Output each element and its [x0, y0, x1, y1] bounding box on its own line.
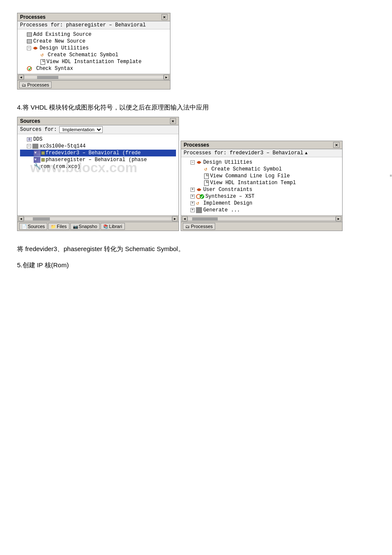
expand-btn[interactable]: +: [190, 194, 195, 199]
vhdl-sub-icon: [41, 158, 45, 162]
vhdl-sub-icon: [41, 151, 45, 155]
doc-icon: [204, 173, 209, 179]
design-util-icon: [32, 45, 38, 51]
panel1-title: Processes: [20, 14, 46, 20]
list-item[interactable]: fredevider3 – Behavioral (frede: [20, 150, 176, 156]
doc-icon: [204, 180, 209, 186]
list-item[interactable]: ↺ Create Schematic Symbol: [184, 166, 340, 173]
user-constraints-icon: [196, 187, 202, 193]
expand-btn[interactable]: −: [190, 160, 195, 165]
list-item[interactable]: View HDL Instantiation Template: [20, 58, 167, 65]
list-item[interactable]: Check Syntax: [20, 65, 167, 72]
source-icon: [27, 39, 32, 43]
refresh-icon: ↺: [40, 52, 46, 58]
panel2-title: Processes: [184, 142, 209, 148]
svg-point-2: [200, 194, 204, 199]
sources-panel: Sources × Sources for: Implementation Si…: [17, 117, 179, 231]
list-item[interactable]: View Command Line Log File ≡: [184, 173, 340, 179]
scroll-left-btn[interactable]: ◄: [18, 75, 24, 80]
list-item[interactable]: + User Constraints: [184, 186, 340, 193]
row-label: rom (rom.xco): [40, 164, 81, 170]
list-item[interactable]: − xc3s100e-5tq144: [20, 143, 176, 150]
panel1-tab-bar: 🗂 Processes: [17, 80, 170, 89]
list-item[interactable]: View HDL Instantiation Templ: [184, 179, 340, 186]
row-label: Create Schematic Symbol: [211, 166, 282, 172]
sources-title-bar: Sources ×: [17, 117, 179, 125]
expand-btn[interactable]: −: [27, 144, 31, 148]
vhdl-icon: [34, 157, 40, 163]
paragraph-1: 4.将 VHDL 模块转化成图形化符号，以便之后在原理图输入法中应用: [17, 102, 375, 113]
panel1-for-label: Processes for: phaseregister – Behaviora…: [17, 21, 170, 29]
scrollbar-track: [24, 75, 164, 79]
panel2-for-text: Processes for: fredevider3 – Behavioral: [184, 150, 303, 156]
page-content: Processes × Processes for: phaseregister…: [17, 13, 375, 270]
expand-btn[interactable]: +: [190, 201, 195, 205]
row-label: Create New Source: [33, 38, 85, 44]
scroll-right-btn[interactable]: ►: [172, 216, 178, 221]
sources-title: Sources: [20, 118, 40, 124]
scrollbar-thumb[interactable]: [37, 76, 58, 79]
panel1-close-btn[interactable]: ×: [161, 14, 167, 20]
list-item[interactable]: Create New Source: [20, 38, 167, 45]
refresh-icon: ↺: [204, 166, 210, 172]
list-item[interactable]: + ↺ Implement Design: [184, 200, 340, 207]
list-item[interactable]: D DDS: [20, 136, 176, 143]
scrollbar-thumb[interactable]: [33, 217, 50, 221]
panel2-close-btn[interactable]: ×: [333, 142, 339, 148]
row-label: View Command Line Log File: [210, 173, 290, 179]
expand-btn[interactable]: −: [27, 46, 31, 50]
para3-text: 5.创建 IP 核(Rom): [17, 261, 69, 269]
processes-tab-btn[interactable]: 🗂 Processes: [19, 81, 52, 88]
list-item[interactable]: 🔧 rom (rom.xco): [20, 163, 176, 170]
scrollbar-area: ◄ ►: [17, 74, 170, 80]
list-item[interactable]: ↺ Create Schematic Symbol: [20, 52, 167, 58]
panel2-body: − Design Utilities ↺ Create Schematic Sy…: [181, 157, 342, 215]
list-item[interactable]: − Design Utilities: [20, 45, 167, 52]
row-label: DDS: [33, 136, 43, 142]
sources-scrollbar: ◄ ►: [17, 215, 179, 222]
source-icon: [27, 32, 32, 37]
row-label: View HDL Instantiation Template: [46, 59, 141, 65]
librari-tab-btn[interactable]: 📚 Librari: [101, 223, 125, 230]
sources-tab-icon: 📄: [22, 224, 27, 229]
row-label: Check Syntax: [36, 66, 73, 72]
row-label: xc3s100e-5tq144: [40, 143, 86, 149]
scrollbar-indicator: ≡: [390, 174, 392, 178]
files-tab-btn[interactable]: 📁 Files: [48, 223, 69, 230]
processes-tab2-icon: 🗂: [185, 224, 190, 229]
expand-btn[interactable]: +: [190, 208, 195, 212]
panel2-title-bar: Processes ×: [181, 141, 342, 149]
row-label: Create Schematic Symbol: [48, 52, 118, 58]
scrollbar-track: [187, 217, 336, 221]
list-item[interactable]: + Generate ...: [184, 207, 340, 214]
list-item[interactable]: − Design Utilities: [184, 159, 340, 166]
check-refresh-icon: [27, 66, 35, 72]
expand-btn[interactable]: +: [190, 188, 195, 192]
scroll-left-btn[interactable]: ◄: [18, 216, 24, 221]
scroll-right-btn[interactable]: ►: [336, 216, 341, 221]
row-label: User Constraints: [203, 187, 252, 193]
panel2-tab-bar: 🗂 Processes: [181, 222, 342, 231]
scroll-left-btn[interactable]: ◄: [182, 216, 187, 221]
files-tab-icon: 📁: [51, 224, 56, 229]
row-label: fredevider3 – Behavioral (frede: [46, 150, 141, 156]
sources-for-select[interactable]: Implementation Simulation: [59, 126, 103, 133]
row-label: Add Existing Source: [33, 32, 92, 38]
list-item[interactable]: Add Existing Source: [20, 31, 167, 38]
panel1-body: Add Existing Source Create New Source − …: [17, 29, 170, 74]
row-label: Synthesize – XST: [205, 194, 254, 199]
scrollbar-track: [24, 217, 172, 221]
processes-panel-2: Processes × Processes for: fredevider3 –…: [181, 141, 343, 231]
librari-tab-icon: 📚: [103, 224, 108, 229]
sources-close-btn[interactable]: ×: [170, 118, 176, 124]
list-item[interactable]: + Synthesize – XST: [184, 193, 340, 200]
panel1-title-bar: Processes ×: [17, 13, 170, 21]
sources-tab-btn[interactable]: 📄 Sources: [19, 223, 47, 230]
scrollbar-thumb[interactable]: [192, 217, 218, 221]
list-item[interactable]: phaseregister – Behavioral (phase: [20, 156, 176, 163]
doc-icon: [40, 59, 45, 65]
processes-tab2-btn[interactable]: 🗂 Processes: [183, 223, 215, 230]
scroll-right-btn[interactable]: ►: [164, 75, 169, 80]
check-refresh-icon: [196, 194, 205, 199]
snapsho-tab-btn[interactable]: 📷 Snapsho: [70, 223, 100, 230]
